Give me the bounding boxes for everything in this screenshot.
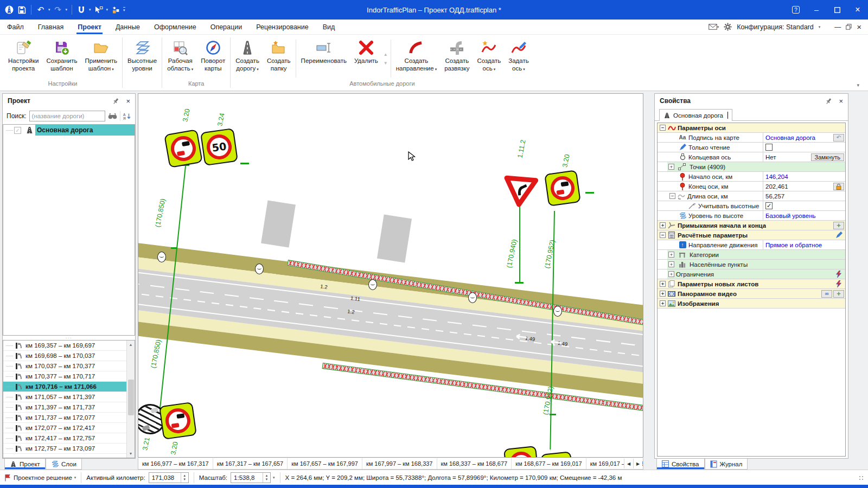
property-row-Уровень по высоте[interactable]: Уровень по высотеБазовый уровень [658, 211, 845, 221]
ribbon-collapse-button[interactable]: ▾ [857, 82, 859, 88]
solution-mode[interactable]: Проектное решение [14, 474, 72, 481]
ribbon-button-Создать[interactable]: Создатьдорогу▾ [232, 37, 263, 80]
active-km-input[interactable]: 171,038 ▲▼ [149, 472, 189, 483]
menu-tab-Проект[interactable]: Проект [71, 20, 108, 34]
close-axis-button[interactable]: Замкнуть [811, 153, 844, 162]
property-row-Точки (4909)[interactable]: +Точки (4909) [658, 162, 845, 172]
ribbon-button-Удалить[interactable]: Удалить [350, 37, 382, 80]
property-value[interactable]: 56,257 [763, 191, 845, 201]
property-row-Учитывать высотные[interactable]: Учитывать высотные✓ [658, 201, 845, 211]
menu-tab-Файл[interactable]: Файл [0, 20, 31, 34]
tree-checkbox[interactable]: ✓ [14, 127, 21, 134]
expander-icon[interactable]: + [660, 281, 666, 287]
undo-dropdown[interactable]: ▾ [48, 8, 50, 12]
ribbon-button-Создать[interactable]: Создатьось▾ [473, 37, 505, 80]
configuration-dropdown[interactable]: ▾ [819, 25, 821, 29]
expander-icon[interactable]: + [660, 300, 666, 306]
property-row-Населённые пункты[interactable]: +Населённые пункты [658, 260, 845, 269]
list-item[interactable]: км 170,037 – км 170,377 [3, 361, 135, 371]
doc-tab-road[interactable]: Основная дорога [659, 109, 732, 121]
undo-icon[interactable]: ↶ [833, 134, 844, 142]
scale-dropdown[interactable]: ▾ [273, 476, 275, 480]
ribbon-button-Рабочая[interactable]: Рабочаяобласть▾ [163, 37, 197, 80]
scroll-up-icon[interactable]: ▲ [127, 341, 135, 349]
list-item[interactable]: км 172,757 – км 173,097 [3, 444, 135, 454]
expander-icon[interactable]: + [660, 222, 666, 228]
save-button[interactable] [16, 3, 27, 17]
lock-icon[interactable] [833, 183, 844, 191]
property-value[interactable]: Базовый уровень [763, 211, 845, 220]
redo-dropdown[interactable]: ▾ [66, 8, 68, 12]
sign-3-20[interactable] [540, 451, 574, 458]
expander-icon[interactable]: − [669, 193, 675, 199]
add-icon[interactable]: + [833, 222, 844, 230]
property-value[interactable]: 202,461 [763, 182, 845, 191]
lightning-icon[interactable] [833, 280, 844, 288]
expander-icon[interactable]: + [668, 252, 674, 258]
resize-grip[interactable] [859, 476, 864, 480]
link-icon[interactable]: ∞ [821, 290, 832, 298]
list-item[interactable]: км 171,737 – км 172,077 [3, 413, 135, 423]
list-item[interactable]: км 169,698 – км 170,037 [3, 351, 135, 361]
active-km-value[interactable]: 171,038 [149, 474, 181, 481]
sign-3-20[interactable] [503, 446, 539, 458]
property-row-Кольцевая ось[interactable]: Кольцевая осьНетЗамкнуть [658, 152, 845, 162]
expander-icon[interactable]: + [668, 271, 674, 277]
property-row-Панорамное видео[interactable]: +Панорамное видео∞+ [658, 289, 845, 299]
checkbox[interactable]: ✓ [765, 202, 773, 209]
property-row-Примыкания начала и конца[interactable]: +Примыкания начала и конца+ [658, 221, 845, 230]
ribbon-button-Создать[interactable]: Создатьразвязку [441, 37, 473, 80]
property-row-Параметры оси[interactable]: −Параметры оси [658, 123, 845, 133]
maximize-button[interactable] [827, 0, 847, 20]
reorder-arrows[interactable]: ▲▼ [382, 37, 390, 80]
km-strip-tab[interactable]: км 168,337 – км 168,677 [437, 458, 512, 469]
expander-icon[interactable]: − [660, 232, 666, 238]
quick-access-overflow[interactable]: ▾ [123, 7, 125, 12]
menu-tab-Операции[interactable]: Операции [203, 20, 249, 34]
property-row-Конец оси, км[interactable]: Конец оси, км202,461 [658, 182, 845, 191]
strip-scroll-right[interactable]: ▶ [633, 459, 642, 468]
ribbon-button-Задать[interactable]: Задатьось▾ [505, 37, 532, 80]
up-icon[interactable]: ▲ [384, 52, 388, 57]
close-icon[interactable]: × [126, 97, 130, 105]
ribbon-button-Поворот[interactable]: Повороткарты [197, 37, 229, 80]
select-tool-dropdown[interactable]: ▾ [106, 8, 108, 12]
close-icon[interactable]: × [839, 97, 843, 105]
property-row-Расчётные параметры[interactable]: −Расчётные параметры [658, 230, 845, 240]
property-value[interactable] [763, 143, 845, 152]
property-row-Подпись на карте[interactable]: AaПодпись на картеОсновная дорога↶ [658, 133, 845, 143]
help-button[interactable]: ? [786, 0, 806, 20]
search-input[interactable] [29, 111, 105, 121]
property-value[interactable]: Основная дорога [763, 133, 845, 142]
tree-item-road[interactable]: ✓ Основная дорога [3, 125, 135, 136]
map-canvas[interactable]: 50(170,850)(170,940)(170,952)(170,850)(1… [138, 93, 643, 458]
list-item[interactable]: км 170,377 – км 170,717 [3, 371, 135, 382]
redo-button[interactable]: ↷ [53, 3, 63, 17]
property-row-Длина оси, км[interactable]: −Длина оси, км56,257 [658, 191, 845, 201]
find-icon[interactable] [108, 113, 117, 119]
property-value[interactable]: Прямое и обратное [763, 240, 845, 249]
ribbon-button-Создать[interactable]: Создатьпапку [263, 37, 295, 80]
km-strip-tab[interactable]: км 168,677 – км 169,017 [512, 458, 586, 469]
expander-icon[interactable]: + [668, 261, 674, 267]
doc-restore-button[interactable] [846, 24, 852, 30]
panel-splitter[interactable]: ∙∙∙ [3, 336, 135, 340]
expander-icon[interactable]: − [660, 125, 666, 131]
down-icon[interactable]: ▼ [384, 61, 388, 66]
property-row-Параметры новых листов[interactable]: +Параметры новых листов [658, 279, 845, 289]
property-row-Направление движения[interactable]: ↑Направление движенияПрямое и обратное [658, 240, 845, 250]
edit-icon[interactable] [833, 232, 844, 240]
sort-icon[interactable]: АЯ [123, 113, 131, 120]
list-item[interactable]: км 169,357 – км 169,697 [3, 341, 135, 351]
doc-minimize-button[interactable]: — [834, 23, 841, 31]
property-row-Начало оси, км[interactable]: Начало оси, км146,204 [658, 172, 845, 182]
expander-icon[interactable]: + [668, 164, 674, 170]
gear-icon[interactable] [724, 23, 732, 31]
property-row-Ограничения[interactable]: +Ограничения [658, 269, 845, 279]
snap-button[interactable] [76, 3, 87, 17]
list-item[interactable]: км 171,057 – км 171,397 [3, 392, 135, 402]
ribbon-button-Применить[interactable]: Применитьшаблон▾ [81, 37, 121, 80]
tab-Свойства[interactable]: Свойства [656, 459, 705, 470]
ribbon-button-Высотные[interactable]: Высотныеуровни [124, 37, 161, 80]
menu-tab-Данные[interactable]: Данные [108, 20, 147, 34]
